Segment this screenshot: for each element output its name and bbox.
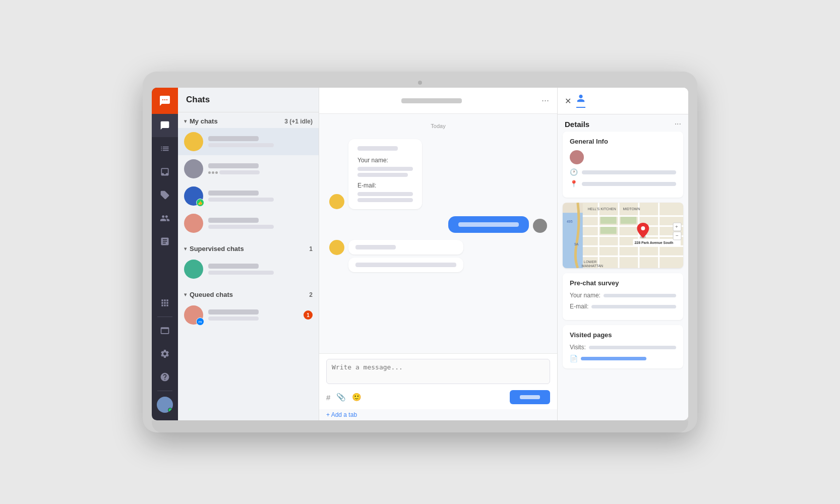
chat-msg-bar [208, 225, 274, 229]
avatar-image [184, 214, 203, 233]
team-icon [160, 213, 170, 223]
map-container: 495 HELL'S KITCHEN MIDTOWN LOWER MANHATT… [563, 203, 683, 268]
chat-name-bar [208, 136, 259, 141]
chat-avatar: m [184, 305, 203, 325]
chat-window: ··· Today Your name: E-mail: [319, 88, 557, 420]
form-field [357, 173, 408, 177]
info-row-location: 📍 [570, 180, 676, 187]
online-indicator [168, 408, 172, 412]
location-bar [582, 182, 676, 186]
queued-chats-count: 2 [309, 291, 313, 298]
nav-divider2 [157, 391, 172, 391]
more-options-icon[interactable]: ··· [542, 95, 549, 106]
profile-svg [576, 94, 585, 103]
chat-item[interactable] [178, 155, 319, 182]
nav-bottom [152, 291, 178, 420]
contact-avatar [570, 150, 584, 164]
chat-avatar [184, 260, 203, 279]
form-bubble: Your name: E-mail: [348, 139, 422, 209]
svg-rect-11 [638, 203, 639, 268]
svg-text:228 Park Avenue South: 228 Park Avenue South [634, 241, 673, 244]
pre-chat-email-bar [591, 305, 676, 308]
svg-rect-15 [621, 217, 637, 224]
settings-icon [160, 349, 170, 359]
details-more-button[interactable]: ··· [675, 119, 681, 129]
supervised-chats-section-header[interactable]: ▾ Supervised chats 1 [178, 240, 319, 256]
analytics-icon [160, 236, 170, 246]
my-chats-section-header[interactable]: ▾ My chats 3 (+1 idle) [178, 112, 319, 128]
avatar-image [184, 159, 203, 178]
hashtag-icon[interactable]: # [326, 393, 330, 402]
chat-avatar [184, 132, 203, 151]
apps-icon [160, 298, 170, 308]
supervised-chats-chevron: ▾ [184, 246, 187, 251]
chat-content [208, 264, 313, 275]
left-nav [152, 88, 178, 420]
tickets-icon [160, 190, 170, 200]
sidebar-item-analytics[interactable] [152, 230, 178, 253]
svg-rect-12 [658, 203, 659, 268]
chat-msg-bar [219, 170, 260, 174]
user-profile-icon[interactable] [576, 94, 585, 108]
chat-item[interactable]: 👍 [178, 182, 319, 210]
sidebar-item-tickets[interactable] [152, 183, 178, 207]
sidebar-item-window[interactable] [152, 319, 178, 342]
svg-text:−: − [676, 233, 679, 238]
my-chats-chevron: ▾ [184, 118, 187, 124]
sidebar-item-settings[interactable] [152, 342, 178, 365]
chat-name-bar [208, 309, 259, 314]
pre-chat-email-row: E-mail: [570, 303, 676, 310]
chat-topbar: ··· [319, 88, 557, 114]
sidebar-item-chats[interactable] [152, 114, 178, 137]
date-divider: Today [329, 123, 547, 129]
message-input[interactable] [326, 359, 550, 384]
message-row [329, 240, 547, 272]
svg-text:9A: 9A [574, 242, 579, 246]
form-field [357, 198, 413, 202]
pre-chat-card: Pre-chat survey Your name: E-mail: [563, 273, 683, 320]
close-icon[interactable]: ✕ [565, 96, 571, 106]
visits-row: Visits: [570, 344, 676, 351]
reports-icon [160, 144, 170, 154]
sidebar-user-avatar[interactable] [152, 393, 178, 416]
panel-title: Chats [186, 95, 210, 104]
add-tab-row[interactable]: + Add a tab [319, 409, 557, 420]
svg-rect-13 [601, 217, 617, 224]
pre-chat-name-bar [604, 294, 676, 297]
pre-chat-name-label: Your name: [570, 292, 601, 299]
chat-badge-messenger: m [196, 318, 204, 326]
chat-item[interactable] [178, 256, 319, 283]
send-button[interactable] [510, 390, 550, 404]
chat-name-bar [208, 264, 259, 269]
chat-item[interactable] [178, 128, 319, 155]
notification-badge: 1 [304, 310, 313, 320]
map-svg: 495 HELL'S KITCHEN MIDTOWN LOWER MANHATT… [563, 203, 683, 268]
form-your-name-label: Your name: [357, 157, 413, 164]
svg-text:495: 495 [567, 220, 573, 223]
bubble-right [448, 216, 529, 233]
message-row: Your name: E-mail: [329, 139, 547, 209]
sidebar-item-team[interactable] [152, 207, 178, 230]
sidebar-item-help[interactable] [152, 365, 178, 389]
visits-bar [589, 346, 676, 349]
chat-avatar [184, 214, 203, 233]
bubble-line [355, 263, 456, 267]
sidebar-item-inbox[interactable] [152, 160, 178, 183]
nav-logo[interactable] [152, 88, 178, 114]
supervised-chats-label: Supervised chats [190, 245, 244, 253]
visited-pages-card: Visited pages Visits: 📄 [563, 325, 683, 368]
queued-chats-section-header[interactable]: ▾ Queued chats 2 [178, 286, 319, 301]
chat-badge-thumbsup: 👍 [196, 199, 204, 207]
sidebar-item-reports[interactable] [152, 137, 178, 160]
sidebar-item-apps[interactable] [152, 291, 178, 314]
chat-item[interactable] [178, 210, 319, 237]
avatar-image [184, 260, 203, 279]
details-title: Details [565, 120, 589, 129]
chat-msg-bar [208, 198, 274, 202]
chat-item[interactable]: m 1 [178, 301, 319, 329]
attachment-icon[interactable]: 📎 [336, 393, 346, 402]
details-header: Details ··· [558, 114, 688, 132]
chat-name-bar [208, 163, 259, 168]
emoji-icon[interactable]: 🙂 [352, 393, 362, 402]
svg-text:LOWER: LOWER [584, 260, 597, 264]
